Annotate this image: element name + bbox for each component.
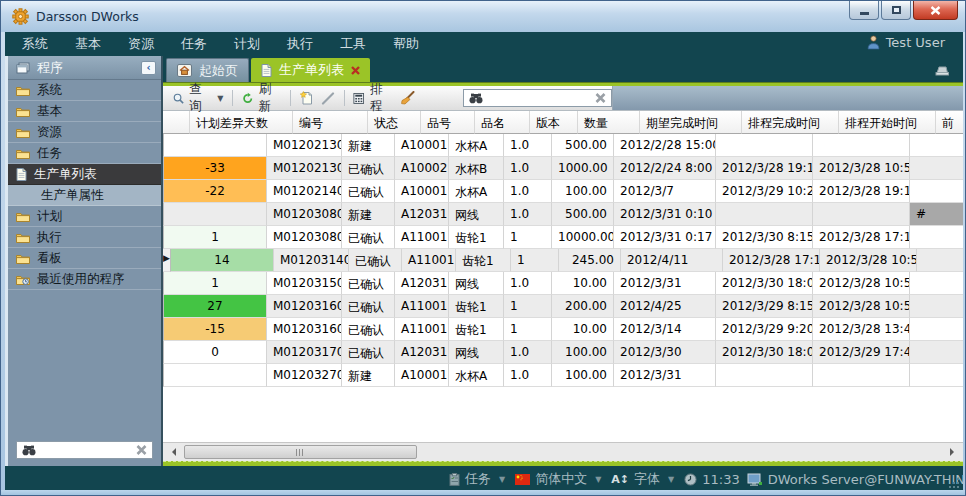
cell-sched-start-time [813, 203, 910, 226]
binoculars-icon [22, 445, 36, 456]
query-dropdown-icon[interactable]: ▼ [217, 94, 223, 103]
scroll-right-button[interactable] [945, 445, 959, 459]
schedule-button[interactable]: 排程 [349, 88, 396, 108]
sidebar-item[interactable]: 执行 [8, 227, 161, 248]
window-list-icon[interactable] [934, 61, 949, 80]
table-row[interactable]: -33M012021302已确认A10002水杯B1.01000.002012/… [163, 157, 963, 180]
refresh-label: 刷新 [259, 81, 281, 115]
language-label: 简体中文 [535, 470, 587, 488]
sidebar-item[interactable]: 系统 [8, 80, 161, 101]
column-header-sched-finish-time[interactable]: 排程完成时间 [742, 111, 839, 134]
column-header-item-name[interactable]: 品名 [475, 111, 530, 134]
column-header-expected-finish-time[interactable]: 期望完成时间 [640, 111, 742, 134]
menu-item[interactable]: 系统 [22, 35, 48, 53]
close-button[interactable] [913, 1, 958, 20]
cell-item-no: A10001 [395, 180, 449, 203]
column-header-order-no[interactable]: 编号 [293, 111, 368, 134]
table-row[interactable]: 1M012030802已确认A11001齿轮1110000.002012/3/3… [163, 226, 963, 249]
cell-version: 1.0 [504, 180, 552, 203]
menu-item[interactable]: 基本 [75, 35, 101, 53]
table-row[interactable]: 27M012031601已确认A11001齿轮11200.002012/4/25… [163, 295, 963, 318]
language-button[interactable]: 简体中文 ▼ [515, 470, 604, 488]
cell-item-no: A10002 [395, 157, 449, 180]
cell-item-no: A12031 [395, 272, 449, 295]
column-header-clipped-col[interactable]: 前 [936, 111, 963, 134]
sidebar-item[interactable]: 生产单属性 [8, 185, 161, 206]
table-row[interactable]: M012032701新建A10001水杯A1.0100.002012/3/31 [163, 364, 963, 387]
tab-start-page[interactable]: 起始页 [166, 58, 249, 82]
sidebar-item[interactable]: 计划 [8, 206, 161, 227]
sidebar-item[interactable]: 看板 [8, 248, 161, 269]
task-menu-button[interactable]: 任务 ▼ [449, 470, 508, 488]
table-row[interactable]: M012021301新建A10001水杯A1.0500.002012/2/28 … [163, 134, 963, 157]
cell-item-no: A10001 [395, 134, 449, 157]
clear-search-icon[interactable] [595, 93, 606, 103]
menu-item[interactable]: 执行 [287, 35, 313, 53]
table-row[interactable]: 1M012031501已确认A12031网线1.010.002012/3/312… [163, 272, 963, 295]
resize-grip-icon[interactable] [949, 478, 959, 488]
scrollbar-thumb[interactable] [184, 445, 417, 459]
sidebar-collapse-button[interactable]: ‹ [141, 61, 156, 75]
sidebar-item[interactable]: 基本 [8, 101, 161, 122]
query-button[interactable]: 查询 ▼ [169, 88, 227, 108]
cell-status: 已确认 [342, 180, 395, 203]
cell-clipped-col [910, 180, 963, 203]
column-header-quantity[interactable]: 数量 [578, 111, 640, 134]
menu-item[interactable]: 计划 [234, 35, 260, 53]
column-header-item-no[interactable]: 品号 [421, 111, 475, 134]
current-row-indicator[interactable]: ▶ [163, 249, 171, 272]
cell-diff-days: 0 [164, 341, 267, 364]
sidebar-item-label: 计划 [37, 208, 62, 225]
sidebar-item-label: 任务 [37, 145, 62, 162]
user-badge[interactable]: Test User [867, 35, 945, 50]
font-button[interactable]: A↕ 字体 ▼ [611, 470, 677, 488]
cell-item-name: 齿轮1 [449, 318, 504, 341]
broom-icon [400, 91, 415, 105]
sidebar-item[interactable]: 任务 [8, 143, 161, 164]
toolbar-search-box[interactable] [463, 89, 612, 107]
sidebar-item[interactable]: 生产单列表 [8, 164, 161, 185]
table-row[interactable]: -15M012031602已确认A11001齿轮1110.002012/3/14… [163, 318, 963, 341]
close-tab-icon[interactable] [351, 66, 360, 75]
folder-icon [16, 232, 30, 243]
new-button[interactable] [296, 88, 317, 108]
table-row[interactable]: 0M012031701已确认A12031网线1.0100.002012/3/30… [163, 341, 963, 364]
table-row[interactable]: ▶14M012031402已确认A11001齿轮11245.002012/4/1… [163, 249, 963, 272]
cell-quantity: 245.00 [559, 249, 621, 272]
scroll-left-button[interactable] [166, 445, 180, 459]
menu-item[interactable]: 资源 [128, 35, 154, 53]
clear-search-icon[interactable] [136, 445, 147, 455]
tab-strip-tabs: 起始页生产单列表 [166, 58, 372, 82]
cell-sched-start-time: 2012/3/28 19:10 [813, 180, 910, 203]
refresh-button[interactable]: 刷新 [238, 88, 285, 108]
table-row[interactable]: M012030801新建A12031网线1.0500.002012/3/31 0… [163, 203, 963, 226]
sidebar-item[interactable]: 资源 [8, 122, 161, 143]
cell-diff-days: -15 [164, 318, 267, 341]
grid-header-row: 计划差异天数编号状态品号品名版本数量期望完成时间排程完成时间排程开始时间前 [163, 111, 963, 134]
window-bottom-edge [1, 490, 965, 495]
menu-item[interactable]: 帮助 [393, 35, 419, 53]
menu-item[interactable]: 工具 [340, 35, 366, 53]
sidebar-search-box[interactable] [16, 441, 153, 459]
horizontal-scrollbar[interactable] [163, 442, 963, 461]
minimize-button[interactable] [849, 1, 879, 20]
edit-button[interactable] [317, 88, 339, 108]
clean-button[interactable] [396, 88, 419, 108]
cell-status: 已确认 [342, 157, 395, 180]
menu-item[interactable]: 任务 [181, 35, 207, 53]
cell-sched-finish-time: 2012/3/28 17:13 [723, 249, 820, 272]
server-monitor-icon [747, 473, 763, 486]
menu-items: 系统基本资源任务计划执行工具帮助 [22, 35, 446, 53]
maximize-button[interactable] [881, 1, 911, 20]
sidebar-item[interactable]: 最近使用的程序 [8, 269, 161, 290]
cell-expected-finish-time: 2012/2/24 8:00 [614, 157, 716, 180]
column-header-version[interactable]: 版本 [530, 111, 578, 134]
tab-production-order-list[interactable]: 生产单列表 [251, 58, 370, 82]
table-row[interactable]: -22M012021401已确认A10001水杯A1.0100.002012/3… [163, 180, 963, 203]
server-name: DWorks Server@FUNWAY-THINKPAD [768, 472, 966, 487]
cell-item-name: 网线 [449, 341, 504, 364]
cell-diff-days: -33 [164, 157, 267, 180]
cell-version: 1.0 [504, 157, 552, 180]
column-header-sched-start-time[interactable]: 排程开始时间 [839, 111, 936, 134]
document-icon [16, 168, 27, 181]
